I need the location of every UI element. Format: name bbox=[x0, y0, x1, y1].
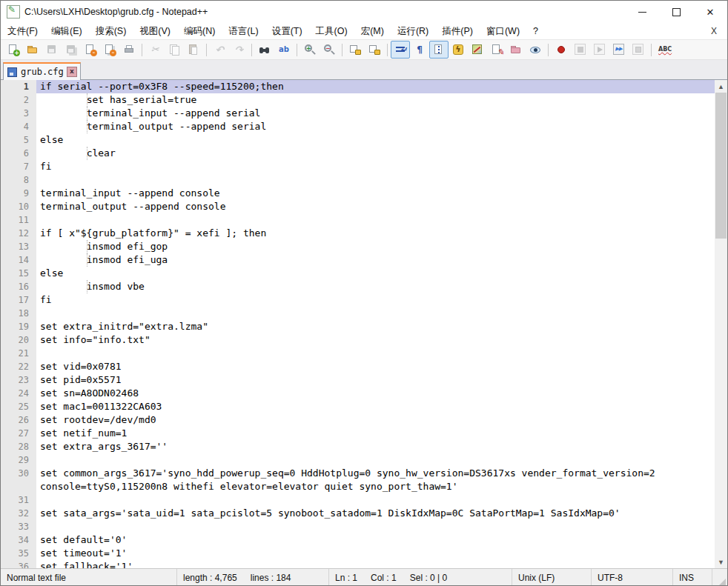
toolbar-separator bbox=[387, 44, 388, 56]
code-line-10[interactable]: 10terminal_output --append console bbox=[1, 200, 715, 213]
function-list-button[interactable] bbox=[487, 41, 506, 59]
code-line-33[interactable]: 33 bbox=[1, 520, 715, 533]
code-line-25[interactable]: 25set mac1=0011322CA603 bbox=[1, 400, 715, 413]
menubar-close-doc-button[interactable]: X bbox=[705, 26, 723, 36]
sync-horizontal-scroll-button[interactable] bbox=[365, 41, 384, 59]
code-line-20[interactable]: 20set info="info.txt" bbox=[1, 333, 715, 347]
menu-edit[interactable]: 编辑(E) bbox=[44, 24, 89, 39]
menu-run[interactable]: 运行(R) bbox=[391, 24, 435, 39]
playback-macro-button bbox=[590, 41, 609, 59]
indent-guide-button[interactable] bbox=[429, 41, 449, 59]
code-line-12[interactable]: 12if [ x"${grub_platform}" = xefi ]; the… bbox=[1, 227, 715, 240]
status-length: length : 4,765 bbox=[183, 573, 237, 583]
scroll-down-icon[interactable]: ▼ bbox=[715, 556, 727, 568]
close-file-button[interactable] bbox=[81, 41, 100, 59]
run-macro-multiple-button[interactable] bbox=[609, 41, 629, 59]
status-encoding[interactable]: UTF-8 bbox=[592, 569, 673, 586]
code-line-4[interactable]: 4 terminal_output --append serial bbox=[1, 120, 715, 133]
code-line-32[interactable]: 32set sata_args='sata_uid=1 sata_pcislot… bbox=[1, 507, 715, 520]
menu-tools[interactable]: 工具(O) bbox=[309, 24, 354, 39]
scrollbar-thumb[interactable] bbox=[715, 93, 727, 239]
code-line-9[interactable]: 9terminal_input --append console bbox=[1, 187, 715, 200]
spell-check-button[interactable] bbox=[655, 41, 674, 59]
code-text bbox=[36, 213, 715, 227]
tab-grub-cfg[interactable]: grub.cfg x bbox=[3, 62, 81, 80]
status-eol-format[interactable]: Unix (LF) bbox=[512, 569, 592, 586]
code-line-11[interactable]: 11 bbox=[1, 213, 715, 227]
editor-area: 1if serial --port=0x3F8 --speed=115200;t… bbox=[1, 80, 727, 568]
find-button[interactable] bbox=[255, 41, 274, 59]
code-line-18[interactable]: 18 bbox=[1, 307, 715, 320]
close-button[interactable]: ✕ bbox=[693, 1, 727, 23]
code-line-19[interactable]: 19set extra_initrd="extra.lzma" bbox=[1, 320, 715, 333]
code-line-24[interactable]: 24set sn=A8ODN02468 bbox=[1, 387, 715, 400]
code-line-27[interactable]: 27set netif_num=1 bbox=[1, 427, 715, 440]
scrollbar-track[interactable] bbox=[715, 93, 727, 556]
menu-file[interactable]: 文件(F) bbox=[1, 24, 44, 39]
code-line-2[interactable]: 2 set has_serial=true bbox=[1, 93, 715, 107]
open-file-button[interactable] bbox=[23, 41, 42, 59]
print-button[interactable] bbox=[119, 41, 139, 59]
code-line-34[interactable]: 34set default='0' bbox=[1, 533, 715, 547]
code-line-6[interactable]: 6 clear bbox=[1, 147, 715, 160]
new-file-button[interactable] bbox=[4, 41, 23, 59]
maximize-button[interactable] bbox=[659, 1, 693, 23]
menu-plugins[interactable]: 插件(P) bbox=[435, 24, 480, 39]
line-number: 8 bbox=[1, 173, 36, 187]
code-line-31[interactable]: 31 bbox=[1, 493, 715, 507]
editor[interactable]: 1if serial --port=0x3F8 --speed=115200;t… bbox=[1, 80, 715, 568]
code-line-8[interactable]: 8 bbox=[1, 173, 715, 187]
menu-macro[interactable]: 宏(M) bbox=[354, 24, 391, 39]
document-monitor-button[interactable] bbox=[526, 41, 545, 59]
code-line-36[interactable]: 36set fallback='1' bbox=[1, 560, 715, 568]
code-line-15[interactable]: 15else bbox=[1, 267, 715, 280]
code-line-29[interactable]: 29 bbox=[1, 453, 715, 467]
code-line-22[interactable]: 22set vid=0x0781 bbox=[1, 360, 715, 373]
status-doc-type: Normal text file bbox=[1, 569, 177, 586]
code-line-35[interactable]: 35set timeout='1' bbox=[1, 547, 715, 560]
code-line-26[interactable]: 26set rootdev=/dev/md0 bbox=[1, 413, 715, 427]
document-map-button[interactable] bbox=[468, 41, 487, 59]
code-line-30[interactable]: 30set common_args_3617='syno_hdd_powerup… bbox=[1, 467, 715, 493]
line-number: 9 bbox=[1, 187, 36, 200]
resize-grip[interactable] bbox=[712, 569, 727, 586]
status-insert-mode[interactable]: INS bbox=[673, 569, 712, 586]
word-wrap-button[interactable] bbox=[391, 41, 410, 59]
folder-as-workspace-button[interactable] bbox=[506, 41, 526, 59]
show-all-characters-button[interactable] bbox=[410, 41, 429, 59]
minimize-button[interactable] bbox=[625, 1, 659, 23]
code-text: terminal_output --append serial bbox=[36, 120, 715, 133]
code-line-28[interactable]: 28set extra_args_3617='' bbox=[1, 440, 715, 453]
code-line-7[interactable]: 7fi bbox=[1, 160, 715, 173]
close-all-button[interactable] bbox=[100, 41, 119, 59]
zoom-out-button[interactable] bbox=[320, 41, 339, 59]
code-line-1[interactable]: 1if serial --port=0x3F8 --speed=115200;t… bbox=[1, 80, 715, 93]
code-line-16[interactable]: 16 insmod vbe bbox=[1, 280, 715, 293]
record-macro-button[interactable] bbox=[552, 41, 571, 59]
sync-vertical-scroll-icon bbox=[349, 44, 361, 56]
line-number: 35 bbox=[1, 547, 36, 560]
code-line-21[interactable]: 21 bbox=[1, 347, 715, 360]
cut-button bbox=[145, 41, 165, 59]
menu-help[interactable]: ? bbox=[526, 24, 545, 38]
menu-settings[interactable]: 设置(T) bbox=[265, 24, 309, 39]
code-line-23[interactable]: 23set pid=0x5571 bbox=[1, 373, 715, 387]
code-line-5[interactable]: 5else bbox=[1, 133, 715, 147]
vertical-scrollbar[interactable]: ▲ ▼ bbox=[715, 80, 727, 568]
replace-button[interactable] bbox=[274, 41, 294, 59]
scroll-up-icon[interactable]: ▲ bbox=[715, 80, 727, 93]
user-defined-language-button[interactable] bbox=[449, 41, 468, 59]
menu-search[interactable]: 搜索(S) bbox=[89, 24, 133, 39]
menu-view[interactable]: 视图(V) bbox=[133, 24, 177, 39]
menu-language[interactable]: 语言(L) bbox=[222, 24, 265, 39]
sync-vertical-scroll-button[interactable] bbox=[345, 41, 365, 59]
code-line-17[interactable]: 17fi bbox=[1, 293, 715, 307]
code-line-14[interactable]: 14 insmod efi_uga bbox=[1, 253, 715, 267]
code-line-13[interactable]: 13 insmod efi_gop bbox=[1, 240, 715, 253]
function-list-icon bbox=[491, 44, 503, 56]
tab-close-icon[interactable]: x bbox=[67, 67, 77, 77]
code-line-3[interactable]: 3 terminal_input --append serial bbox=[1, 107, 715, 120]
menu-window[interactable]: 窗口(W) bbox=[480, 24, 526, 39]
zoom-in-button[interactable] bbox=[300, 41, 320, 59]
menu-encoding[interactable]: 编码(N) bbox=[177, 24, 222, 39]
